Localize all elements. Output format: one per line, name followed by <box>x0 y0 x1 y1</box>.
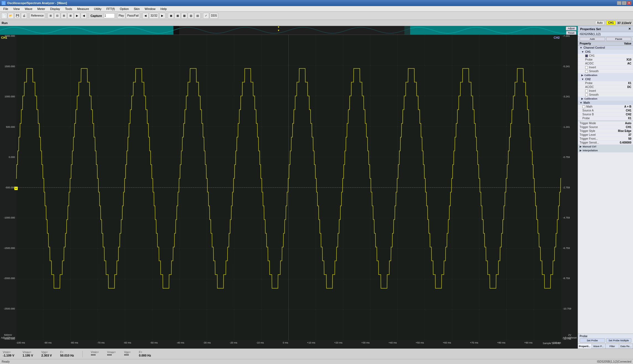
sep1 <box>28 13 28 19</box>
ch1-enabled-label: CH1 <box>589 54 631 57</box>
counter-next[interactable]: ▶ <box>159 13 165 19</box>
vmax2-value: **** <box>107 354 116 357</box>
section-channel-control[interactable]: ▼ Channel Control <box>578 46 633 50</box>
waveform-area[interactable]: CH1 CH2 2000.000 1500.000 1000.000 500.0… <box>0 35 578 349</box>
run-label: Run <box>2 21 7 25</box>
vmin-value: -1.109 V <box>3 354 14 357</box>
minimize-button[interactable]: _ <box>617 1 621 5</box>
trigger-level-row: Trigger Level 37 <box>578 133 633 137</box>
overview-strip[interactable]: ▼ ▼ Adjust Reset <box>0 26 578 35</box>
menu-view[interactable]: View <box>11 7 22 11</box>
ch2-smooth-checkbox[interactable] <box>585 93 588 96</box>
print-button[interactable]: 🖨 <box>21 13 27 19</box>
counter-prev[interactable]: ◀ <box>142 13 149 19</box>
menu-window[interactable]: Window <box>142 7 158 11</box>
close-button[interactable]: ✕ <box>627 1 631 5</box>
view-btn-2[interactable]: ▦ <box>174 13 181 19</box>
ch1-checkbox[interactable] <box>585 54 588 57</box>
freq-value: 50.010 Hz <box>60 354 74 357</box>
x-label-3: -70 ms <box>97 341 105 344</box>
tab-filter[interactable]: Filter <box>606 344 619 349</box>
y-label-1: 1500.000 <box>1 65 15 68</box>
sep7 <box>202 13 202 19</box>
vmax-display: Vmax= 1.195 V <box>23 351 33 357</box>
menu-tools[interactable]: Tools <box>63 7 74 11</box>
tb-btn-4[interactable]: ⊠ <box>67 13 74 19</box>
props-auto-btn[interactable]: Auto <box>580 37 605 41</box>
capture-input[interactable] <box>104 13 115 18</box>
menu-measure[interactable]: Measure <box>75 7 91 11</box>
vmin-display: Vmin= -1.109 V <box>3 351 14 357</box>
props-pause-btn[interactable]: Pause <box>606 37 632 41</box>
set-probe-multiple-button[interactable]: Set Probe Multiple <box>606 338 632 343</box>
view-btn-1[interactable]: ▣ <box>168 13 174 19</box>
maximize-button[interactable]: □ <box>622 1 626 5</box>
ch2-probe-label: Probe <box>585 82 628 85</box>
dds-button[interactable]: DDS <box>210 13 218 19</box>
section-math[interactable]: ▼ Math <box>578 101 633 105</box>
ch1-smooth-checkbox[interactable] <box>585 70 588 73</box>
math-label: Math <box>583 101 590 104</box>
menu-meter[interactable]: Meter <box>35 7 47 11</box>
ch1-calibration[interactable]: ▶ Calibration <box>578 73 633 77</box>
overview-adjust-btn[interactable]: Adjust <box>566 27 577 30</box>
menu-utility[interactable]: Utility <box>92 7 104 11</box>
properties-panel: Properties Set ✕ ISDS205B(1,1(2) Auto Pa… <box>578 26 633 349</box>
x-label-17: +70 ms <box>470 341 478 344</box>
y-axis-left: 2000.000 1500.000 1000.000 500.000 0.000… <box>0 35 16 340</box>
x-label-10: 0 ms <box>283 341 288 344</box>
y-axis-right: -7.241 -5.241 -3.241 -1.241 -0.759 -2.75… <box>562 35 578 340</box>
section-manual-ctrl[interactable]: ▶ Manual Ctrl <box>578 145 633 149</box>
y-label-4: 0.000 <box>1 156 15 158</box>
math-probe-row: Probe X1 <box>578 116 633 120</box>
tb-btn-1[interactable]: ⊞ <box>48 13 54 19</box>
math-checkbox[interactable] <box>582 105 585 108</box>
x-label-4: -60 ms <box>124 341 131 344</box>
y-right-0: -7.241 <box>563 35 577 37</box>
trigger-level-value: 37 <box>628 133 631 136</box>
menu-skin[interactable]: Skin <box>132 7 142 11</box>
grid-canvas <box>16 35 561 340</box>
tb-btn-3[interactable]: ⊞ <box>61 13 67 19</box>
ch1-invert-checkbox[interactable] <box>585 66 588 69</box>
menu-display[interactable]: Display <box>48 7 62 11</box>
menu-help[interactable]: Help <box>158 7 169 11</box>
menu-file[interactable]: File <box>1 7 11 11</box>
trigger-sens-row: Trigger Sensit... 0.400000 <box>578 141 633 145</box>
section-interpolation[interactable]: ▶ Interpolation <box>578 149 633 152</box>
section-ch1[interactable]: ▼ CH1 <box>578 50 633 54</box>
ch2-calibration[interactable]: ▶ Calibration <box>578 97 633 101</box>
reference-button[interactable]: Reference <box>30 13 45 19</box>
tb-btn-5[interactable]: ▶ <box>74 13 80 19</box>
tb-btn-2[interactable]: ⊟ <box>54 13 60 19</box>
set-probe-button[interactable]: Set Probe <box>580 338 605 343</box>
overview-reset-btn[interactable]: Reset <box>566 31 577 35</box>
menu-wave[interactable]: Wave <box>22 7 35 11</box>
title-bar: ~ Oscilloscope/Spectrum Analyzer - [Wave… <box>0 0 633 6</box>
open-button[interactable]: 📂 <box>8 13 14 19</box>
tab-data-rec[interactable]: Data Re... <box>619 344 633 349</box>
new-button[interactable]: 📄 <box>1 13 7 19</box>
x-axis: -100 ms -90 ms -80 ms -70 ms -60 ms -50 … <box>16 340 561 349</box>
pass-fail-button[interactable]: Pass/Fail <box>126 13 140 19</box>
section-ch2[interactable]: ▼ CH2 <box>578 77 633 81</box>
props-tabs: Properti... Wave P... Filter Data Re... <box>578 344 633 349</box>
x-label-15: +50 ms <box>416 341 424 344</box>
play-button[interactable]: Play <box>117 13 125 19</box>
save-button[interactable]: 💾 <box>14 13 20 19</box>
sep4 <box>116 13 116 19</box>
menu-fft[interactable]: FFT(f) <box>104 7 117 11</box>
math-source-a-label: Source A <box>582 109 626 112</box>
x-label-0: -100 ms <box>16 341 25 344</box>
tab-wave-p[interactable]: Wave P... <box>592 344 606 349</box>
view-btn-4[interactable]: ▧ <box>188 13 194 19</box>
tab-properti[interactable]: Properti... <box>578 344 592 349</box>
menu-option[interactable]: Option <box>118 7 131 11</box>
ch2-invert-checkbox[interactable] <box>585 90 588 92</box>
view-btn-5[interactable]: ▤ <box>194 13 200 19</box>
ch1-section-label: CH1 <box>585 50 591 53</box>
ch-button[interactable]: ✓ <box>203 13 209 19</box>
tb-btn-6[interactable]: ◀ <box>81 13 87 19</box>
view-btn-3[interactable]: ▩ <box>181 13 187 19</box>
props-close-icon[interactable]: ✕ <box>628 27 631 31</box>
